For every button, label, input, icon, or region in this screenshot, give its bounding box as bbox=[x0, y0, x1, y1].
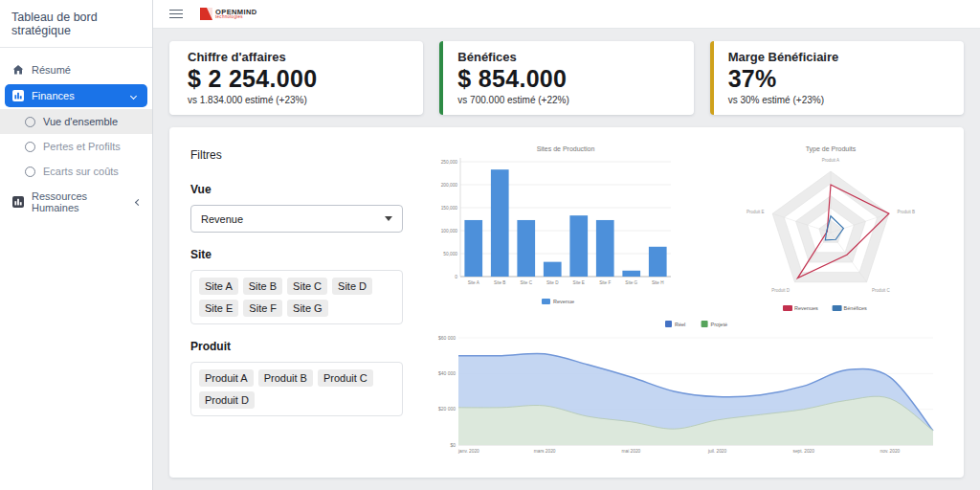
vue-select-value: Revenue bbox=[201, 213, 243, 225]
kpi-title: Bénéfices bbox=[457, 50, 679, 64]
vue-select[interactable]: Revenue bbox=[190, 205, 403, 233]
bar-chart-icon bbox=[12, 196, 24, 208]
svg-text:Site H: Site H bbox=[652, 280, 664, 285]
chevron-left-icon bbox=[135, 198, 142, 205]
bar-chart-sites-de-production: Sites de Production050,000100,000150,000… bbox=[424, 141, 680, 315]
svg-text:$20 000: $20 000 bbox=[438, 406, 456, 412]
svg-text:Sites de Production: Sites de Production bbox=[537, 145, 595, 152]
topbar: OPENMIND technologies bbox=[153, 0, 980, 29]
svg-text:200,000: 200,000 bbox=[441, 183, 458, 188]
svg-text:Revenue: Revenue bbox=[553, 299, 574, 304]
main-area: OPENMIND technologies Chiffre d'affaires… bbox=[153, 0, 980, 490]
sidebar-item-vue-densemble[interactable]: Vue d'ensemble bbox=[0, 109, 152, 134]
svg-text:Site B: Site B bbox=[494, 280, 505, 285]
hamburger-menu-icon[interactable] bbox=[167, 6, 185, 23]
sidebar-item-resume[interactable]: Résumé bbox=[0, 57, 152, 82]
kpi-card-chiffre-daffaires: Chiffre d'affaires $ 2 254.000 vs 1.834.… bbox=[169, 41, 423, 115]
sidebar-item-label: Résumé bbox=[32, 64, 71, 76]
svg-text:Produit B: Produit B bbox=[897, 210, 915, 214]
sidebar-item-ecarts-sur-couts[interactable]: Ecarts sur coûts bbox=[0, 159, 152, 184]
site-chip[interactable]: Site C bbox=[287, 278, 327, 295]
svg-text:$0: $0 bbox=[450, 442, 456, 448]
svg-text:Site E: Site E bbox=[573, 280, 585, 285]
svg-text:Produit A: Produit A bbox=[822, 158, 839, 163]
area-chart-reel-vs-projete: RéelProjeté$0$20 000$40 000$60 000janv. … bbox=[424, 315, 941, 468]
charts-area: Sites de Production050,000100,000150,000… bbox=[424, 141, 947, 468]
svg-text:Site F: Site F bbox=[599, 280, 611, 285]
radio-icon bbox=[25, 167, 35, 177]
site-chip[interactable]: Site A bbox=[199, 278, 238, 295]
svg-text:Revenues: Revenues bbox=[794, 305, 818, 311]
svg-text:sept. 2020: sept. 2020 bbox=[793, 449, 815, 454]
site-chip[interactable]: Site G bbox=[287, 300, 328, 317]
logo-mark-icon bbox=[200, 8, 212, 20]
kpi-subtitle: vs 30% estimé (+23%) bbox=[728, 95, 949, 105]
dropdown-caret-icon bbox=[385, 216, 392, 221]
bar-chart-icon bbox=[12, 90, 24, 101]
svg-text:Projeté: Projeté bbox=[711, 322, 727, 327]
svg-text:$60 000: $60 000 bbox=[438, 335, 456, 341]
produit-chip[interactable]: Produit B bbox=[258, 369, 313, 387]
radar-chart-type-de-produits: Type de ProduitsProduit AProduit BProdui… bbox=[715, 141, 947, 315]
produit-chipbox: Produit AProduit BProduit CProduit D bbox=[190, 362, 403, 416]
site-chip[interactable]: Site E bbox=[199, 300, 238, 317]
svg-text:Produit E: Produit E bbox=[746, 210, 765, 214]
svg-text:100,000: 100,000 bbox=[441, 229, 458, 234]
svg-text:50,000: 50,000 bbox=[443, 252, 457, 256]
sidebar: Tableau de bord stratégique Résumé Finan… bbox=[0, 0, 153, 490]
svg-text:juil. 2020: juil. 2020 bbox=[707, 449, 727, 454]
svg-text:nov. 2020: nov. 2020 bbox=[880, 449, 901, 454]
sidebar-item-finances[interactable]: Finances bbox=[5, 84, 147, 107]
kpi-value: $ 854.000 bbox=[457, 65, 679, 93]
kpi-title: Chiffre d'affaires bbox=[188, 50, 409, 64]
sidebar-item-label: Finances bbox=[32, 90, 75, 101]
kpi-row: Chiffre d'affaires $ 2 254.000 vs 1.834.… bbox=[153, 29, 980, 119]
svg-text:mars 2020: mars 2020 bbox=[534, 449, 556, 454]
filters-title: Filtres bbox=[190, 148, 403, 162]
radio-icon bbox=[25, 117, 35, 127]
sidebar-nav: Résumé Finances Vue d'ensemble Pertes et… bbox=[0, 48, 152, 220]
kpi-value: $ 2 254.000 bbox=[188, 65, 409, 93]
svg-text:150,000: 150,000 bbox=[441, 206, 458, 211]
svg-text:Site G: Site G bbox=[625, 280, 637, 285]
produit-chip[interactable]: Produit C bbox=[318, 369, 373, 387]
svg-text:Site D: Site D bbox=[546, 280, 559, 285]
svg-text:Site C: Site C bbox=[520, 280, 532, 285]
sidebar-item-label: Vue d'ensemble bbox=[43, 116, 118, 127]
site-chip[interactable]: Site D bbox=[332, 278, 372, 295]
logo-secondary-text: technologies bbox=[215, 15, 257, 20]
svg-text:Bénéfices: Bénéfices bbox=[844, 305, 867, 311]
kpi-subtitle: vs 700.000 estimé (+22%) bbox=[457, 95, 679, 105]
chevron-down-icon bbox=[130, 92, 137, 99]
site-chip[interactable]: Site F bbox=[243, 300, 282, 317]
svg-text:mai 2020: mai 2020 bbox=[621, 449, 640, 454]
svg-text:Site A: Site A bbox=[468, 280, 480, 285]
sidebar-item-label: Ecarts sur coûts bbox=[43, 166, 119, 177]
site-chip[interactable]: Site B bbox=[243, 278, 282, 295]
home-icon bbox=[12, 64, 24, 76]
produit-chip[interactable]: Produit A bbox=[199, 369, 254, 387]
sidebar-item-pertes-et-profits[interactable]: Pertes et Profilts bbox=[0, 134, 152, 159]
app-root: Tableau de bord stratégique Résumé Finan… bbox=[0, 0, 980, 490]
kpi-subtitle: vs 1.834.000 estimé (+23%) bbox=[188, 95, 409, 105]
svg-text:0: 0 bbox=[455, 275, 457, 279]
charts-top-row: Sites de Production050,000100,000150,000… bbox=[424, 141, 947, 315]
kpi-card-marge-beneficiaire: Marge Bénéficiaire 37% vs 30% estimé (+2… bbox=[710, 41, 964, 115]
kpi-card-benefices: Bénéfices $ 854.000 vs 700.000 estimé (+… bbox=[439, 41, 693, 115]
svg-text:Réel: Réel bbox=[675, 322, 685, 327]
kpi-value: 37% bbox=[728, 65, 949, 93]
svg-text:250,000: 250,000 bbox=[441, 160, 458, 165]
svg-text:Type de Produits: Type de Produits bbox=[806, 145, 857, 153]
site-filter-label: Site bbox=[190, 248, 403, 261]
svg-text:Produit D: Produit D bbox=[771, 288, 791, 293]
sidebar-item-ressources-humaines[interactable]: Ressources Humaines bbox=[0, 184, 152, 220]
sidebar-title: Tableau de bord stratégique bbox=[0, 0, 152, 48]
openmind-logo: OPENMIND technologies bbox=[200, 8, 257, 20]
filters-panel: Filtres Vue Revenue Site Site ASite BSit… bbox=[190, 141, 403, 468]
svg-text:$40 000: $40 000 bbox=[438, 370, 456, 376]
radio-icon bbox=[25, 142, 35, 152]
dashboard-panel: Filtres Vue Revenue Site Site ASite BSit… bbox=[169, 127, 964, 478]
sidebar-item-label: Ressources Humaines bbox=[32, 190, 128, 213]
produit-chip[interactable]: Produit D bbox=[199, 391, 255, 409]
vue-filter-label: Vue bbox=[190, 183, 403, 196]
